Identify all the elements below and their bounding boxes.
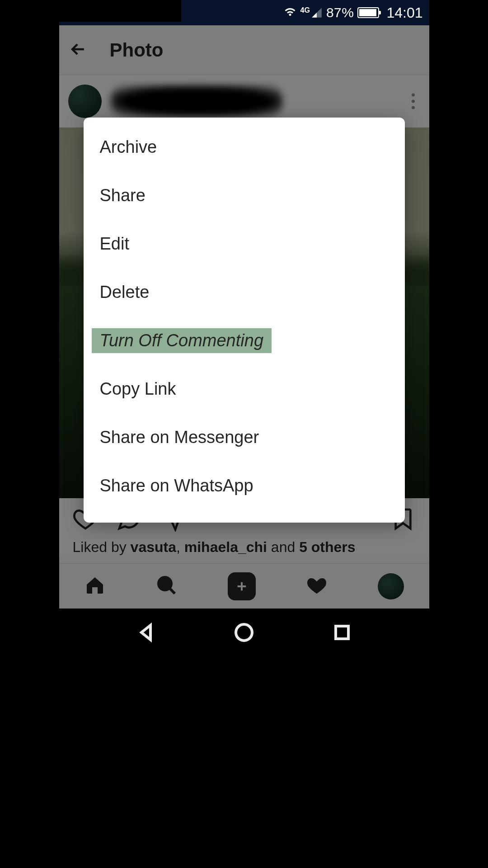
menu-item-turn-off-commenting[interactable]: Turn Off Commenting: [92, 328, 272, 353]
menu-item-share[interactable]: Share: [84, 171, 405, 220]
svg-point-1: [236, 624, 252, 641]
post-options-modal: Archive Share Edit Delete Turn Off Comme…: [84, 118, 405, 523]
wifi-icon: [283, 5, 297, 21]
menu-item-edit[interactable]: Edit: [84, 220, 405, 268]
menu-item-share-whatsapp[interactable]: Share on WhatsApp: [84, 462, 405, 510]
android-recent-icon[interactable]: [331, 622, 353, 645]
android-back-icon[interactable]: [135, 622, 157, 645]
status-clock: 14:01: [386, 5, 422, 21]
battery-percent: 87%: [326, 5, 354, 20]
android-home-icon[interactable]: [233, 622, 255, 645]
battery-icon: [357, 7, 379, 18]
status-bar-redaction: [59, 0, 181, 22]
android-nav-bar: [59, 609, 429, 658]
android-status-bar: 4G 87% 14:01: [59, 0, 429, 25]
svg-rect-2: [336, 626, 348, 639]
network-type: 4G: [300, 7, 310, 14]
cell-signal-icon: 4G: [300, 7, 323, 19]
menu-item-archive[interactable]: Archive: [84, 123, 405, 171]
menu-item-turn-off-commenting-row[interactable]: Turn Off Commenting: [84, 316, 405, 365]
menu-item-delete[interactable]: Delete: [84, 268, 405, 316]
menu-item-share-messenger[interactable]: Share on Messenger: [84, 413, 405, 462]
menu-item-copy-link[interactable]: Copy Link: [84, 365, 405, 413]
